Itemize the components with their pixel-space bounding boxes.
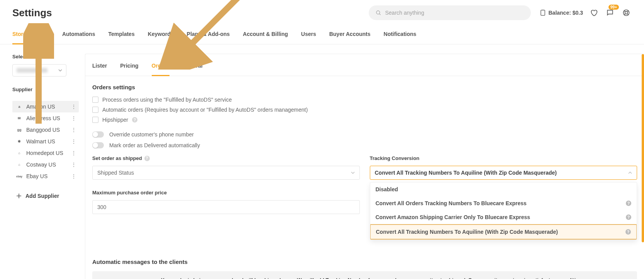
balance[interactable]: Balance: $0.3: [539, 9, 583, 16]
search-icon: [376, 10, 381, 16]
supplier-item-walmart[interactable]: ✱Walmart US ⋮: [12, 136, 79, 147]
more-icon[interactable]: ⋮: [71, 138, 76, 145]
help-icon[interactable]: ?: [144, 156, 150, 161]
message-row-order-placed: Order was placed Your order is being pro…: [92, 271, 637, 279]
sub-tab-orders[interactable]: Orders: [152, 54, 169, 76]
chevron-down-icon: [58, 68, 62, 72]
supplier-item-homedepot[interactable]: ⌂Homedepot US ⋮: [12, 147, 79, 159]
sub-tab-lister[interactable]: Lister: [92, 54, 107, 76]
tracking-conversion-dropdown: Disabled Convert All Orders Tracking Num…: [370, 182, 637, 240]
toggle-switch[interactable]: [92, 142, 104, 148]
help-icon[interactable]: ?: [132, 117, 137, 122]
supplier-item-ebay[interactable]: ebayEbay US ⋮: [12, 170, 79, 182]
aliexpress-icon: ✉: [16, 115, 22, 121]
set-order-select[interactable]: Shipped Status: [92, 166, 360, 180]
more-icon[interactable]: ⋮: [71, 150, 76, 156]
toggle-override-phone[interactable]: Override customer's phone number: [92, 131, 637, 138]
sub-tab-general[interactable]: General: [183, 54, 203, 76]
supplier-item-costway[interactable]: ⌂Costway US ⋮: [12, 159, 79, 170]
chat-badge: 99+: [608, 5, 619, 10]
scroll-indicator[interactable]: [642, 54, 644, 279]
supplier-name: Costway US: [26, 162, 56, 168]
more-icon[interactable]: ⋮: [71, 104, 76, 110]
main-tab-plans[interactable]: Plans & Add-ons: [187, 24, 230, 44]
tracking-option-bluecare-all[interactable]: Convert All Orders Tracking Numbers To B…: [370, 196, 637, 210]
orders-heading: Orders settings: [92, 84, 637, 90]
balance-label: Balance: $0.3: [549, 10, 583, 16]
checkbox-label: Process orders using the "Fulfilled by A…: [102, 97, 232, 103]
svg-line-10: [627, 10, 629, 12]
tracking-conversion-label: Tracking Conversion: [370, 155, 637, 161]
store-select[interactable]: [12, 64, 66, 77]
chat-icon: [606, 9, 614, 17]
supplier-list: aAmazon US ⋮ ✉Aliexpress US ⋮ ggBanggood…: [12, 101, 79, 182]
svg-point-6: [625, 12, 628, 14]
toggle-mark-delivered[interactable]: Mark order as Delivered automatically: [92, 142, 637, 148]
support-button[interactable]: [621, 7, 632, 18]
svg-point-2: [376, 10, 380, 14]
tracking-option-bluecare-amazon[interactable]: Convert Amazon Shipping Carrier Only To …: [370, 210, 637, 224]
add-supplier-button[interactable]: Add Supplier: [12, 189, 81, 203]
more-icon[interactable]: ⋮: [71, 115, 76, 121]
main-tab-keywords[interactable]: Keywords: [148, 24, 174, 44]
checkbox-label: Hipshipper: [102, 117, 128, 123]
ebay-icon: ebay: [16, 173, 22, 179]
chat-button[interactable]: 99+: [605, 7, 615, 18]
toggle-switch[interactable]: [92, 131, 104, 138]
svg-line-7: [624, 10, 625, 12]
main-tabs: Store Settings Automations Templates Key…: [0, 24, 644, 44]
checkbox-icon[interactable]: [92, 107, 98, 113]
more-icon[interactable]: ⋮: [71, 127, 76, 133]
search-input[interactable]: [385, 10, 524, 16]
store-name-blurred: [17, 68, 47, 73]
tracking-option-aquiline[interactable]: Convert All Tracking Numbers To Aquiline…: [370, 224, 637, 240]
page-title: Settings: [12, 7, 52, 19]
supplier-name: Aliexpress US: [26, 115, 60, 121]
max-price-input[interactable]: 300: [92, 200, 360, 214]
more-icon[interactable]: ⋮: [71, 162, 76, 168]
tracking-conversion-select[interactable]: Convert All Tracking Numbers To Aquiline…: [370, 166, 637, 180]
main-tab-users[interactable]: Users: [301, 24, 316, 44]
checkbox-icon[interactable]: [92, 117, 98, 123]
supplier-name: Walmart US: [26, 138, 55, 145]
clipboard-icon: [539, 9, 546, 16]
favorites-button[interactable]: [588, 7, 599, 18]
svg-line-9: [624, 14, 625, 15]
checkbox-icon[interactable]: [92, 97, 98, 103]
main-tab-buyer-accounts[interactable]: Buyer Accounts: [329, 24, 371, 44]
costway-icon: ⌂: [16, 162, 22, 168]
set-order-label: Set order as shipped ?: [92, 155, 360, 161]
toggle-label: Override customer's phone number: [109, 131, 194, 138]
banggood-icon: gg: [16, 127, 22, 133]
help-icon[interactable]: ?: [626, 201, 631, 206]
supplier-item-aliexpress[interactable]: ✉Aliexpress US ⋮: [12, 112, 79, 124]
sub-tabs: Lister Pricing Orders General: [85, 54, 644, 76]
main-tab-templates[interactable]: Templates: [108, 24, 134, 44]
main-tab-store-settings[interactable]: Store Settings: [12, 24, 49, 44]
supplier-item-banggood[interactable]: ggBanggood US ⋮: [12, 124, 79, 136]
heart-icon: [590, 9, 598, 17]
checkbox-hipshipper[interactable]: Hipshipper ?: [92, 117, 637, 123]
search-box[interactable]: [369, 5, 531, 20]
max-price-label: Maximum purchase order price: [92, 190, 360, 196]
chevron-up-icon: [628, 171, 632, 175]
supplier-name: Ebay US: [26, 173, 47, 179]
message-text: Your order is being processed and will b…: [161, 277, 588, 279]
sub-tab-pricing[interactable]: Pricing: [120, 54, 138, 76]
main-tab-account[interactable]: Account & Billing: [243, 24, 288, 44]
select-value: Convert All Tracking Numbers To Aquiline…: [375, 170, 557, 176]
tracking-option-disabled[interactable]: Disabled: [370, 182, 637, 196]
help-icon[interactable]: ?: [625, 229, 631, 235]
supplier-item-amazon[interactable]: aAmazon US ⋮: [12, 101, 79, 112]
main-tab-automations[interactable]: Automations: [62, 24, 95, 44]
more-icon[interactable]: ⋮: [71, 173, 76, 179]
main-tab-notifications[interactable]: Notifications: [384, 24, 417, 44]
checkbox-process-orders[interactable]: Process orders using the "Fulfilled by A…: [92, 97, 637, 103]
checkbox-label: Automatic orders (Requires buy account o…: [102, 107, 308, 113]
help-icon[interactable]: ?: [626, 214, 631, 220]
svg-rect-4: [541, 10, 545, 15]
input-value: 300: [97, 204, 106, 210]
chevron-down-icon: [351, 171, 355, 175]
svg-line-3: [379, 14, 380, 15]
checkbox-automatic-orders[interactable]: Automatic orders (Requires buy account o…: [92, 107, 637, 113]
